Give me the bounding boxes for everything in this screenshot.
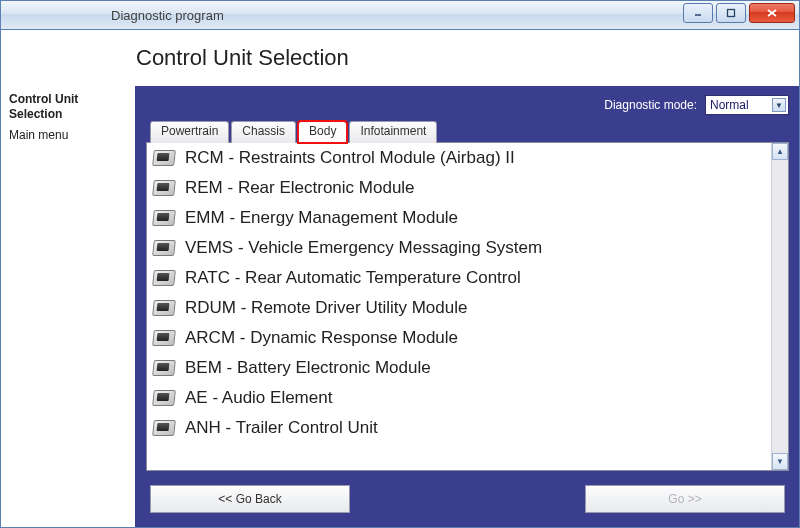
module-row[interactable]: AE - Audio Element [147,383,771,413]
tab-powertrain[interactable]: Powertrain [150,121,229,143]
module-row[interactable]: ANH - Trailer Control Unit [147,413,771,443]
tab-body[interactable]: Body [298,121,347,143]
module-row[interactable]: EMM - Energy Management Module [147,203,771,233]
sidebar: Control Unit Selection Main menu [1,86,136,527]
scroll-down-button[interactable]: ▼ [772,453,788,470]
module-list: RCM - Restraints Control Module (Airbag)… [147,143,771,470]
module-icon [153,270,175,286]
module-row[interactable]: VEMS - Vehicle Emergency Messaging Syste… [147,233,771,263]
page-header: Control Unit Selection [0,30,800,86]
page-body: Control Unit Selection Main menu Diagnos… [0,86,800,528]
module-icon [153,240,175,256]
module-icon [153,330,175,346]
module-label: ANH - Trailer Control Unit [185,418,378,438]
tab-strip: Powertrain Chassis Body Infotainment [146,120,789,142]
tab-chassis[interactable]: Chassis [231,121,296,143]
module-icon [153,390,175,406]
diagnostic-mode-value: Normal [710,98,749,112]
scroll-up-button[interactable]: ▲ [772,143,788,160]
close-icon [766,8,778,18]
module-label: RDUM - Remote Driver Utility Module [185,298,467,318]
module-label: RCM - Restraints Control Module (Airbag)… [185,148,515,168]
go-back-button[interactable]: << Go Back [150,485,350,513]
module-label: ARCM - Dynamic Response Module [185,328,458,348]
diagnostic-mode-select[interactable]: Normal ▼ [705,95,789,115]
sidebar-mainmenu[interactable]: Main menu [9,128,127,142]
footer-nav: << Go Back Go >> [146,479,789,519]
maximize-icon [726,8,736,18]
diagnostic-mode-row: Diagnostic mode: Normal ▼ [146,92,789,118]
module-icon [153,210,175,226]
chevron-down-icon: ▼ [772,98,786,112]
module-row[interactable]: ARCM - Dynamic Response Module [147,323,771,353]
module-icon [153,420,175,436]
maximize-button[interactable] [716,3,746,23]
go-forward-button[interactable]: Go >> [585,485,785,513]
module-row[interactable]: RATC - Rear Automatic Temperature Contro… [147,263,771,293]
module-icon [153,360,175,376]
scroll-track[interactable] [772,160,788,453]
tab-infotainment[interactable]: Infotainment [349,121,437,143]
module-row[interactable]: RDUM - Remote Driver Utility Module [147,293,771,323]
page-title: Control Unit Selection [136,45,349,71]
module-label: REM - Rear Electronic Module [185,178,415,198]
window-title: Diagnostic program [111,8,224,23]
module-label: VEMS - Vehicle Emergency Messaging Syste… [185,238,542,258]
minimize-button[interactable] [683,3,713,23]
module-label: AE - Audio Element [185,388,332,408]
svg-rect-1 [728,10,735,17]
main-panel: Diagnostic mode: Normal ▼ Powertrain Cha… [136,86,799,527]
module-label: EMM - Energy Management Module [185,208,458,228]
window-controls [683,3,795,23]
module-row[interactable]: RCM - Restraints Control Module (Airbag)… [147,143,771,173]
module-listbox: RCM - Restraints Control Module (Airbag)… [146,142,789,471]
module-icon [153,150,175,166]
module-label: BEM - Battery Electronic Module [185,358,431,378]
close-button[interactable] [749,3,795,23]
module-row[interactable]: BEM - Battery Electronic Module [147,353,771,383]
diagnostic-mode-label: Diagnostic mode: [604,98,697,112]
module-icon [153,180,175,196]
window-titlebar: Diagnostic program [0,0,800,30]
app-window: Diagnostic program Control Unit Selectio… [0,0,800,528]
minimize-icon [693,8,703,18]
module-label: RATC - Rear Automatic Temperature Contro… [185,268,521,288]
module-icon [153,300,175,316]
module-row[interactable]: REM - Rear Electronic Module [147,173,771,203]
scrollbar[interactable]: ▲ ▼ [771,143,788,470]
sidebar-current[interactable]: Control Unit Selection [9,92,127,122]
